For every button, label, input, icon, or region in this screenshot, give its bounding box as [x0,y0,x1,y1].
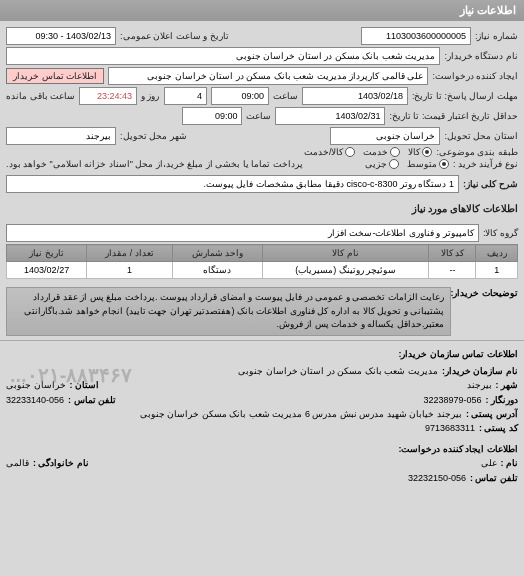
buy-label: نوع فرآیند خرید : [453,159,518,169]
r-name-label: نام : [501,456,519,470]
notes-text: رعایت الزامات تخصصی و عمومی در فایل پیوس… [6,287,451,336]
buy-radio-group: متوسط جزیی [365,159,449,169]
c-province: خراسان جنوبی [6,378,66,392]
province-value: خراسان جنوبی [330,127,440,145]
th-idx: ردیف [476,245,518,262]
radio-goods-service[interactable] [345,147,355,157]
c-org-label: نام سازمان خریدار: [442,364,518,378]
c-city-label: شهر : [496,378,519,392]
r-name: علی [481,456,497,470]
summary-label: شرح کلی نیاز: [463,179,518,189]
cell-idx: 1 [476,262,518,279]
radio-goods-label: کالا [408,147,420,157]
radio-service-label: خدمت [363,147,388,157]
cell-code: -- [429,262,476,279]
remain-days: 4 [164,87,208,105]
r-lname: قالمی [6,456,29,470]
pkg-radio-group: کالا خدمت کالا/خدمت [304,147,433,157]
table-row[interactable]: 1 -- سوئیچر روتینگ (مسیریاب) دستگاه 1 14… [7,262,518,279]
goods-title: اطلاعات کالاهای مورد نیاز [0,199,524,218]
th-unit: واحد شمارش [172,245,262,262]
th-code: کد کالا [429,245,476,262]
radio-service[interactable] [390,147,400,157]
summary-value: 1 دستگاه روتر cisco-c-8300 دقیقا مطابق م… [6,175,459,193]
radio-goods-service-label: کالا/خدمت [304,147,344,157]
min-deadline-time: 09:00 [182,107,242,125]
org-value: مدیریت شعب بانک مسکن در استان خراسان جنو… [6,47,440,65]
contact-button[interactable]: اطلاعات تماس خریدار [6,68,104,84]
th-date: تاریخ نیاز [7,245,87,262]
public-date-label: تاریخ و ساعت اعلان عمومی: [120,31,229,41]
c-postal: 9713683311 [425,421,475,435]
goods-group-value: کامپیوتر و فناوری اطلاعات-سخت افزار [6,224,479,242]
radio-goods[interactable] [422,147,432,157]
public-date-value: 1403/02/13 - 09:30 [6,27,116,45]
org-label: نام دستگاه خریدار: [444,51,518,61]
min-deadline-date: 1403/02/31 [275,107,385,125]
radio-small-label: جزیی [365,159,387,169]
buy-note: پرداخت تماما یا بخشی از مبلغ خرید،از محل… [6,159,303,169]
cell-date: 1403/02/27 [7,262,87,279]
panel-title: اطلاعات نیاز [0,0,524,21]
remain-time: 23:24:43 [79,87,137,105]
request-no-label: شماره نیاز: [475,31,518,41]
th-name: نام کالا [262,245,428,262]
request-no-value: 1103003600000005 [361,27,471,45]
cell-name: سوئیچر روتینگ (مسیریاب) [262,262,428,279]
notes-label: توضیحات خریدار: [451,287,519,336]
min-deadline-time-label: ساعت [246,111,271,121]
cell-qty: 1 [87,262,173,279]
c-province-label: استان : [70,378,100,392]
radio-small[interactable] [389,159,399,169]
deadline-time-label: ساعت [273,91,298,101]
requester-title: اطلاعات ایجاد کننده درخواست: [6,442,518,456]
min-deadline-label: حداقل تاریخ اعتبار قیمت: تا تاریخ: [389,111,518,121]
radio-mid-label: متوسط [407,159,437,169]
deadline-label: مهلت ارسال پاسخ: تا تاریخ: [412,91,518,101]
cell-unit: دستگاه [172,262,262,279]
remain-suffix: ساعت باقی مانده [6,91,75,101]
remain-days-label: روز و [141,91,160,101]
contact-title: اطلاعات تماس سازمان خریدار: [6,347,518,361]
c-fax-label: دورنگار : [486,393,519,407]
c-address: بیرجند خیابان شهید مدرس نبش مدرس 6 مدیری… [140,407,462,421]
creator-value: علی قالمی کارپرداز مدیریت شعب بانک مسکن … [108,67,428,85]
city-label: شهر محل تحویل: [120,131,187,141]
c-postal-label: کد پستی : [479,421,518,435]
creator-label: ایجاد کننده درخواست: [432,71,518,81]
province-label: استان محل تحویل: [444,131,518,141]
deadline-date: 1403/02/18 [302,87,408,105]
c-phone-label: تلفن تماس : [68,393,116,407]
radio-mid[interactable] [439,159,449,169]
pkg-label: طبقه بندی موضوعی: [436,147,518,157]
goods-table: ردیف کد کالا نام کالا واحد شمارش تعداد /… [6,244,518,279]
city-value: بیرجند [6,127,116,145]
c-address-label: آدرس پستی : [466,407,518,421]
c-org: مدیریت شعب بانک مسکن در استان خراسان جنو… [238,364,438,378]
goods-group-label: گروه کالا: [483,228,518,238]
r-lname-label: نام خانوادگی : [33,456,89,470]
c-city: بیرجند [467,378,492,392]
c-fax: 32238979-056 [423,393,481,407]
r-phone-label: تلفن تماس : [470,471,518,485]
r-phone: 32232150-056 [408,471,466,485]
deadline-time: 09:00 [211,87,269,105]
c-phone: 32233140-056 [6,393,64,407]
th-qty: تعداد / مقدار [87,245,173,262]
